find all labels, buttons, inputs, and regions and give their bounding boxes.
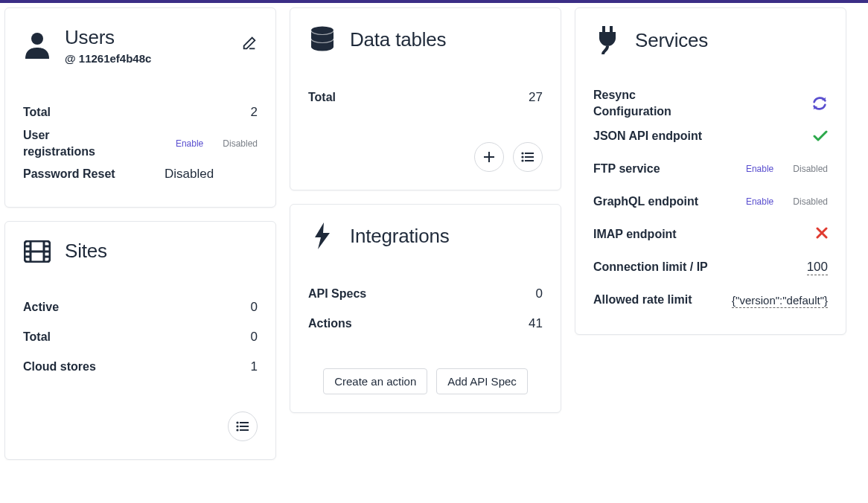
data-tables-title: Data tables	[350, 28, 446, 51]
services-gql-label: GraphQL endpoint	[593, 193, 720, 210]
svg-point-20	[521, 156, 523, 158]
data-tables-actions	[308, 142, 543, 172]
integrations-card: Integrations API Specs 0 Actions 41 Crea…	[290, 204, 561, 413]
svg-point-9	[236, 422, 238, 424]
users-total-label: Total	[23, 104, 120, 121]
users-pwreset-row: Password Reset Disabled	[23, 159, 258, 189]
integrations-actions-value: 41	[529, 316, 543, 331]
check-icon	[813, 130, 828, 142]
services-conn-value[interactable]: 100	[807, 260, 828, 275]
sites-cloud-label: Cloud stores	[23, 359, 120, 375]
sites-title: Sites	[65, 240, 107, 263]
database-icon	[308, 26, 336, 53]
users-total-row: Total 2	[23, 97, 258, 127]
users-reg-toggle: Enable Disabled	[176, 138, 258, 149]
services-ftp-row: FTP service Enable Disabled	[593, 153, 828, 185]
services-json-label: JSON API endpoint	[593, 128, 720, 144]
data-tables-total-row: Total 27	[308, 83, 543, 112]
plug-icon	[593, 26, 622, 54]
services-rate-value-text: {"version":"default"}	[732, 294, 828, 308]
add-api-spec-button[interactable]: Add API Spec	[436, 368, 528, 394]
list-icon	[521, 152, 534, 162]
users-title: Users	[65, 26, 151, 49]
col-1: Users @ 11261ef4b48c Total 2 User regist…	[4, 7, 276, 460]
integrations-specs-value: 0	[536, 286, 543, 301]
data-tables-add-button[interactable]	[474, 142, 504, 172]
data-tables-total-label: Total	[308, 89, 405, 106]
svg-point-13	[236, 429, 238, 432]
resync-button[interactable]	[811, 95, 828, 112]
sites-actions	[23, 411, 258, 441]
users-card-head: Users @ 11261ef4b48c	[23, 26, 258, 65]
sites-active-row: Active 0	[23, 292, 258, 322]
gql-disabled-text: Disabled	[793, 196, 828, 207]
svg-rect-12	[240, 426, 249, 427]
svg-rect-19	[525, 153, 534, 154]
svg-point-22	[521, 159, 523, 161]
svg-rect-10	[240, 422, 249, 423]
users-pwreset-value: Disabled	[165, 167, 214, 182]
sites-rows: Active 0 Total 0 Cloud stores 1	[23, 292, 258, 382]
sites-list-button[interactable]	[228, 411, 258, 441]
user-icon	[23, 31, 51, 60]
users-total-value: 2	[251, 105, 258, 120]
sites-cloud-row: Cloud stores 1	[23, 352, 258, 382]
services-gql-row: GraphQL endpoint Enable Disabled	[593, 185, 828, 218]
data-tables-list-button[interactable]	[513, 142, 543, 172]
services-rows: Resync Configuration JSON API endpoint	[593, 87, 828, 316]
services-rate-value[interactable]: {"version":"default"}	[732, 294, 828, 307]
users-title-block: Users @ 11261ef4b48c	[65, 26, 151, 65]
sites-total-row: Total 0	[23, 322, 258, 352]
services-card: Services Resync Configuration	[575, 7, 846, 335]
services-resync-row: Resync Configuration	[593, 87, 828, 120]
users-registrations-row: User registrations Enable Disabled	[23, 127, 258, 159]
services-title: Services	[635, 29, 708, 52]
x-icon	[816, 227, 828, 239]
bolt-icon	[308, 222, 336, 249]
svg-rect-21	[525, 156, 534, 158]
integrations-specs-row: API Specs 0	[308, 279, 543, 309]
film-icon	[23, 240, 51, 263]
users-subtitle: @ 11261ef4b48c	[65, 52, 151, 65]
ftp-disabled-text: Disabled	[793, 164, 828, 174]
json-status-ok	[813, 130, 828, 142]
sites-total-value: 0	[251, 330, 258, 345]
services-imap-row: IMAP endpoint	[593, 218, 828, 251]
services-imap-label: IMAP endpoint	[593, 226, 720, 243]
svg-point-0	[31, 33, 43, 45]
col-3: Services Resync Configuration	[575, 7, 846, 335]
services-conn-row: Connection limit / IP 100	[593, 251, 828, 283]
users-rows: Total 2 User registrations Enable Disabl…	[23, 97, 258, 189]
services-conn-value-text: 100	[807, 260, 828, 275]
sites-active-label: Active	[23, 299, 120, 315]
services-ftp-label: FTP service	[593, 161, 720, 177]
svg-rect-17	[484, 156, 494, 158]
sites-card: Sites Active 0 Total 0 Cloud stores 1	[4, 221, 276, 460]
services-conn-label: Connection limit / IP	[593, 259, 720, 275]
integrations-actions-row: Actions 41	[308, 309, 543, 339]
col-2: Data tables Total 27	[290, 7, 561, 413]
create-action-button[interactable]: Create an action	[323, 368, 427, 394]
sites-card-head: Sites	[23, 240, 258, 263]
sites-total-label: Total	[23, 329, 120, 345]
svg-point-11	[236, 426, 238, 428]
gql-enable-link[interactable]: Enable	[746, 196, 773, 207]
data-tables-total-value: 27	[529, 90, 543, 105]
services-ftp-toggle: Enable Disabled	[746, 164, 828, 174]
services-rate-row: Allowed rate limit {"version":"default"}	[593, 283, 828, 316]
dashboard-grid: Users @ 11261ef4b48c Total 2 User regist…	[0, 3, 868, 464]
integrations-title: Integrations	[350, 225, 449, 248]
svg-rect-14	[240, 429, 249, 431]
users-reg-disabled-text: Disabled	[223, 138, 258, 149]
data-tables-rows: Total 27	[308, 83, 543, 112]
sites-cloud-value: 1	[251, 359, 258, 374]
ftp-enable-link[interactable]: Enable	[746, 164, 773, 174]
svg-rect-23	[525, 160, 534, 161]
users-reg-label: User registrations	[23, 127, 105, 159]
users-pwreset-label: Password Reset	[23, 166, 120, 182]
edit-icon[interactable]	[241, 35, 258, 54]
users-reg-enable-link[interactable]: Enable	[176, 138, 203, 149]
services-gql-toggle: Enable Disabled	[746, 196, 828, 207]
services-resync-label: Resync Configuration	[593, 87, 698, 119]
services-rate-label: Allowed rate limit	[593, 292, 720, 308]
